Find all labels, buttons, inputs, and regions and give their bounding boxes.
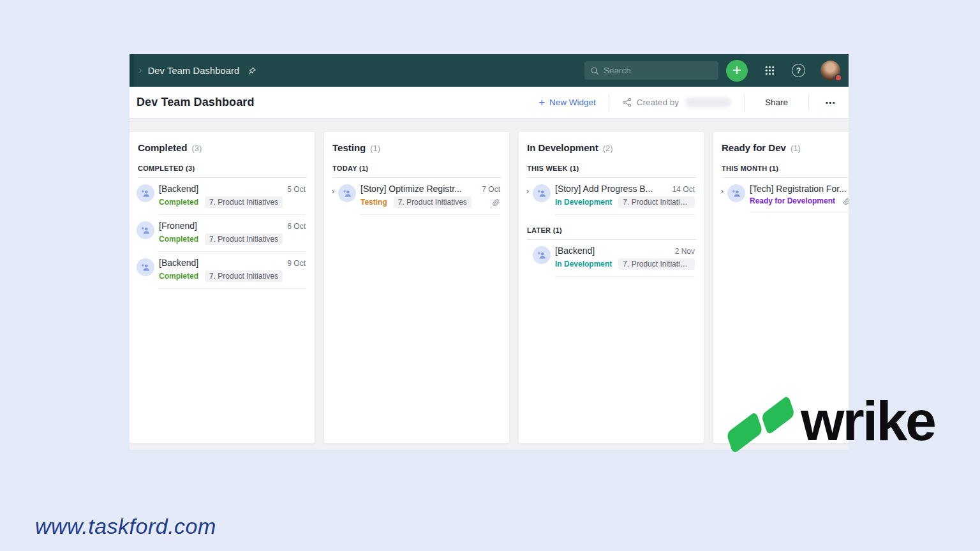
wrike-checkmark-icon xyxy=(726,411,763,455)
divider xyxy=(609,94,609,111)
card-due-date: 5 Oct xyxy=(287,185,306,194)
card-project-tag: 7. Product Initiatives xyxy=(618,258,695,270)
column-title: In Development xyxy=(527,142,598,153)
task-card[interactable]: [Backend] 2 Nov In Development 7. Produc… xyxy=(519,240,704,277)
board-column: In Development (2) THIS WEEK (1) › [Stor… xyxy=(519,132,704,443)
card-project-tag: 7. Product Initiatives xyxy=(394,196,471,208)
section-label: COMPLETED (3) xyxy=(130,165,315,172)
card-title: [Backend] xyxy=(555,246,595,256)
more-options-button[interactable]: ••• xyxy=(822,99,840,107)
created-by-label: Created by xyxy=(637,98,679,107)
card-due-date: 6 Oct xyxy=(287,222,306,231)
section-cards: [Backend] 5 Oct Completed 7. Product Ini… xyxy=(130,178,315,289)
search-box[interactable] xyxy=(584,61,718,80)
add-assignee-icon[interactable] xyxy=(137,258,154,276)
card-title: [Story] Optimize Registr... xyxy=(360,184,462,194)
card-due-date: 7 Oct xyxy=(482,185,500,194)
column-count: (2) xyxy=(603,143,613,153)
card-status: Testing xyxy=(360,198,387,207)
page-header: Dev Team Dashboard + New Widget Created … xyxy=(130,87,849,119)
section-label: THIS WEEK (1) xyxy=(519,165,704,172)
card-project-tag: 7. Product Initiatives xyxy=(618,196,695,208)
card-due-date: 2 Nov xyxy=(675,247,695,256)
board-column: Completed (3) COMPLETED (3) [Backend] 5 … xyxy=(130,132,315,443)
column-title: Completed xyxy=(138,142,188,153)
column-body: TODAY (1) › [Story] Optimize Registr... … xyxy=(324,165,509,215)
add-assignee-icon[interactable] xyxy=(338,184,356,202)
new-widget-button[interactable]: + New Widget xyxy=(538,96,596,109)
card-project-tag: 7. Product Initiatives xyxy=(205,233,283,245)
presence-status-dot xyxy=(835,74,842,82)
card-title: [Backend] xyxy=(159,258,198,268)
card-title: [Backend] xyxy=(159,184,198,194)
add-assignee-icon[interactable] xyxy=(727,184,745,202)
attachment-paperclip-icon xyxy=(492,198,500,207)
divider xyxy=(744,94,745,111)
card-project-tag: 7. Product Initiatives xyxy=(205,270,283,282)
board: Completed (3) COMPLETED (3) [Backend] 5 … xyxy=(130,119,849,443)
card-title: [Fronend] xyxy=(159,221,197,231)
section-label: THIS MONTH (1) xyxy=(713,165,849,172)
help-glyph: ? xyxy=(796,66,801,75)
board-section: TODAY (1) › [Story] Optimize Registr... … xyxy=(324,165,509,215)
card-status: In Development xyxy=(555,260,612,268)
wrike-wordmark: wrike xyxy=(801,393,935,449)
column-count: (1) xyxy=(370,143,380,153)
board-section: THIS WEEK (1) › [Story] Add Progress B..… xyxy=(519,165,704,215)
divider xyxy=(808,94,809,111)
column-count: (1) xyxy=(791,143,801,153)
section-cards: › [Tech] Registration For... Ready for D… xyxy=(713,178,849,212)
add-assignee-icon[interactable] xyxy=(137,221,154,239)
column-count: (3) xyxy=(192,143,202,153)
column-title: Testing xyxy=(332,142,366,153)
column-title: Ready for Dev xyxy=(722,142,786,153)
help-icon[interactable]: ? xyxy=(792,64,805,77)
create-new-button[interactable]: + xyxy=(726,60,748,82)
task-card[interactable]: [Fronend] 6 Oct Completed 7. Product Ini… xyxy=(130,215,315,252)
column-body: THIS MONTH (1) › [Tech] Registration For… xyxy=(713,165,849,212)
task-card[interactable]: [Backend] 9 Oct Completed 7. Product Ini… xyxy=(130,252,315,289)
search-icon xyxy=(590,66,599,75)
board-section: THIS MONTH (1) › [Tech] Registration For… xyxy=(713,165,849,212)
breadcrumb[interactable]: Dev Team Dashboard xyxy=(148,66,240,76)
pin-icon[interactable] xyxy=(247,66,257,76)
card-expand-chevron-icon[interactable]: › xyxy=(717,186,727,212)
attachment-paperclip-icon xyxy=(843,197,849,205)
task-card[interactable]: › [Story] Optimize Registr... 7 Oct Test… xyxy=(324,178,509,215)
card-expand-chevron-icon[interactable]: › xyxy=(523,186,533,215)
section-label: TODAY (1) xyxy=(324,165,509,172)
share-network-icon xyxy=(622,98,632,107)
card-status: Ready for Development xyxy=(750,196,835,205)
share-button[interactable]: Share xyxy=(757,98,796,107)
search-input[interactable] xyxy=(604,66,706,75)
card-expand-chevron-icon[interactable]: › xyxy=(328,186,338,215)
card-title: [Story] Add Progress B... xyxy=(555,184,653,194)
section-cards: › [Story] Add Progress B... 14 Oct In De… xyxy=(519,178,704,215)
card-status: Completed xyxy=(159,235,198,244)
watermark-url: www.taskford.com xyxy=(35,514,216,539)
add-assignee-icon[interactable] xyxy=(533,184,551,202)
plus-icon: + xyxy=(538,96,545,109)
add-assignee-icon[interactable] xyxy=(137,184,154,202)
apps-grid-icon[interactable] xyxy=(764,65,775,76)
app-window: › Dev Team Dashboard + xyxy=(130,54,849,450)
board-section: LATER (1) [Backend] 2 Nov In Development… xyxy=(519,226,704,277)
column-body: COMPLETED (3) [Backend] 5 Oct Completed … xyxy=(130,165,315,289)
task-card[interactable]: [Backend] 5 Oct Completed 7. Product Ini… xyxy=(130,178,315,215)
breadcrumb-chevron-icon: › xyxy=(138,64,142,77)
card-title: [Tech] Registration For... xyxy=(750,184,847,194)
wrike-logo: wrike xyxy=(725,402,935,454)
card-status: In Development xyxy=(555,198,612,207)
sidebar-edge xyxy=(130,54,134,87)
section-label: LATER (1) xyxy=(519,226,704,234)
new-widget-label: New Widget xyxy=(549,98,596,107)
user-avatar[interactable] xyxy=(820,61,840,80)
task-card[interactable]: › [Story] Add Progress B... 14 Oct In De… xyxy=(519,178,704,215)
card-project-tag: 7. Product Initiatives xyxy=(205,196,283,208)
card-status: Completed xyxy=(159,272,198,281)
add-assignee-icon[interactable] xyxy=(533,246,551,264)
created-by-filter[interactable]: Created by xyxy=(622,98,731,107)
task-card[interactable]: › [Tech] Registration For... Ready for D… xyxy=(713,178,849,212)
card-status: Completed xyxy=(159,198,198,207)
board-column: Testing (1) TODAY (1) › [Story] Optimize… xyxy=(324,132,509,443)
